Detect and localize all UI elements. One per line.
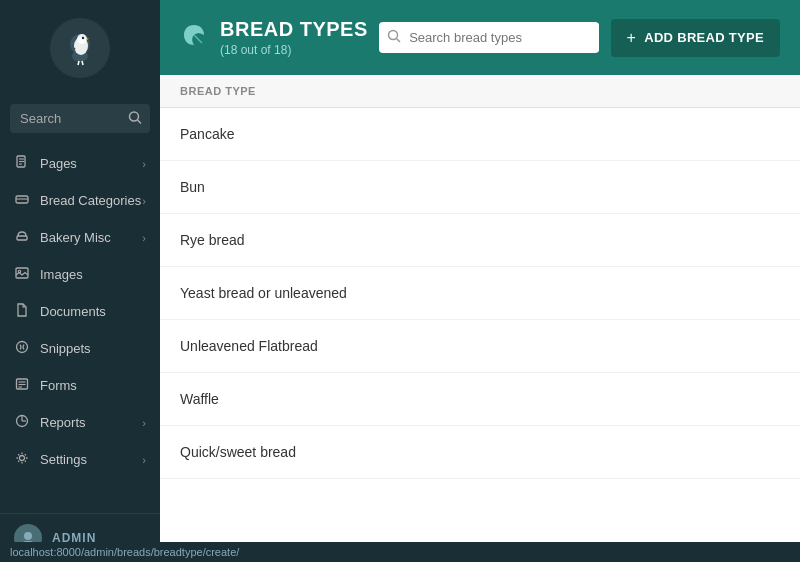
- sidebar-item-label-bread-categories: Bread Categories: [40, 193, 141, 208]
- table-row[interactable]: Rye bread: [160, 214, 800, 267]
- logo-area: [0, 0, 160, 96]
- sidebar-item-label-forms: Forms: [40, 378, 77, 393]
- svg-point-5: [82, 37, 84, 39]
- status-url: localhost:8000/admin/breads/breadtype/cr…: [10, 546, 239, 558]
- table-row[interactable]: Quick/sweet bread: [160, 426, 800, 479]
- add-icon: +: [627, 29, 637, 47]
- chevron-right-icon-2: ›: [142, 195, 146, 207]
- bread-type-icon: [180, 21, 208, 49]
- pages-icon: [14, 155, 30, 172]
- chevron-right-icon-4: ›: [142, 417, 146, 429]
- chevron-right-icon-3: ›: [142, 232, 146, 244]
- reports-icon: [14, 414, 30, 431]
- chevron-right-icon-5: ›: [142, 454, 146, 466]
- sidebar-nav: Pages › Bread Categories › Bakery Misc ›: [0, 141, 160, 513]
- svg-line-7: [82, 61, 83, 65]
- page-subtitle: (18 out of 18): [220, 43, 368, 57]
- sidebar-item-images[interactable]: Images: [0, 256, 160, 293]
- sidebar-item-forms[interactable]: Forms: [0, 367, 160, 404]
- bread-type-name: Waffle: [180, 391, 219, 407]
- add-button-label: ADD BREAD TYPE: [644, 30, 764, 45]
- bakery-misc-icon: [14, 229, 30, 246]
- sidebar-item-label-documents: Documents: [40, 304, 106, 319]
- bread-type-name: Yeast bread or unleavened: [180, 285, 347, 301]
- sidebar-item-pages[interactable]: Pages ›: [0, 145, 160, 182]
- sidebar-item-label-pages: Pages: [40, 156, 77, 171]
- status-bar: localhost:8000/admin/breads/breadtype/cr…: [0, 542, 800, 562]
- bread-type-name: Pancake: [180, 126, 234, 142]
- header-search-box: [379, 22, 599, 53]
- table-row[interactable]: Pancake: [160, 108, 800, 161]
- svg-point-29: [389, 31, 398, 40]
- sidebar-item-bakery-misc[interactable]: Bakery Misc ›: [0, 219, 160, 256]
- table-row[interactable]: Bun: [160, 161, 800, 214]
- page-header: BREAD TYPES (18 out of 18) + ADD BREAD T…: [160, 0, 800, 75]
- chevron-right-icon: ›: [142, 158, 146, 170]
- bread-type-name: Bun: [180, 179, 205, 195]
- table-row[interactable]: Unleavened Flatbread: [160, 320, 800, 373]
- sidebar-search-container: [0, 96, 160, 141]
- header-search-icon: [379, 22, 409, 53]
- svg-point-27: [20, 456, 25, 461]
- svg-point-3: [77, 34, 87, 44]
- documents-icon: [14, 303, 30, 320]
- svg-point-28: [24, 532, 32, 540]
- bread-types-table: BREAD TYPE Pancake Bun Rye bread Yeast b…: [160, 75, 800, 562]
- table-row[interactable]: Waffle: [160, 373, 800, 426]
- settings-icon: [14, 451, 30, 468]
- svg-line-6: [78, 61, 79, 65]
- add-bread-type-button[interactable]: + ADD BREAD TYPE: [611, 19, 780, 57]
- svg-point-8: [130, 112, 139, 121]
- snippets-icon: [14, 340, 30, 357]
- forms-icon: [14, 377, 30, 394]
- bread-categories-icon: [14, 192, 30, 209]
- table-row[interactable]: Yeast bread or unleavened: [160, 267, 800, 320]
- sidebar: Pages › Bread Categories › Bakery Misc ›: [0, 0, 160, 562]
- sidebar-item-settings[interactable]: Settings ›: [0, 441, 160, 478]
- search-button[interactable]: [124, 106, 146, 131]
- sidebar-item-label-images: Images: [40, 267, 83, 282]
- bread-type-name: Quick/sweet bread: [180, 444, 296, 460]
- page-title: BREAD TYPES: [220, 18, 368, 41]
- sidebar-item-documents[interactable]: Documents: [0, 293, 160, 330]
- table-header-row: BREAD TYPE: [160, 75, 800, 108]
- main-content: BREAD TYPES (18 out of 18) + ADD BREAD T…: [160, 0, 800, 562]
- sidebar-item-snippets[interactable]: Snippets: [0, 330, 160, 367]
- column-header-bread-type: BREAD TYPE: [180, 85, 256, 97]
- logo-circle: [50, 18, 110, 78]
- svg-rect-16: [17, 236, 27, 240]
- sidebar-item-bread-categories[interactable]: Bread Categories ›: [0, 182, 160, 219]
- bread-icon: [180, 21, 208, 55]
- search-icon: [128, 110, 142, 124]
- images-icon: [14, 266, 30, 283]
- sidebar-item-label-reports: Reports: [40, 415, 86, 430]
- sidebar-item-label-settings: Settings: [40, 452, 87, 467]
- bread-type-name: Rye bread: [180, 232, 245, 248]
- svg-line-30: [397, 39, 401, 43]
- sidebar-item-label-snippets: Snippets: [40, 341, 91, 356]
- bird-logo: [62, 30, 98, 66]
- svg-line-9: [138, 120, 142, 124]
- bread-type-name: Unleavened Flatbread: [180, 338, 318, 354]
- sidebar-item-label-bakery-misc: Bakery Misc: [40, 230, 111, 245]
- sidebar-item-reports[interactable]: Reports ›: [0, 404, 160, 441]
- svg-point-19: [17, 342, 28, 353]
- bread-type-search-input[interactable]: [409, 23, 599, 52]
